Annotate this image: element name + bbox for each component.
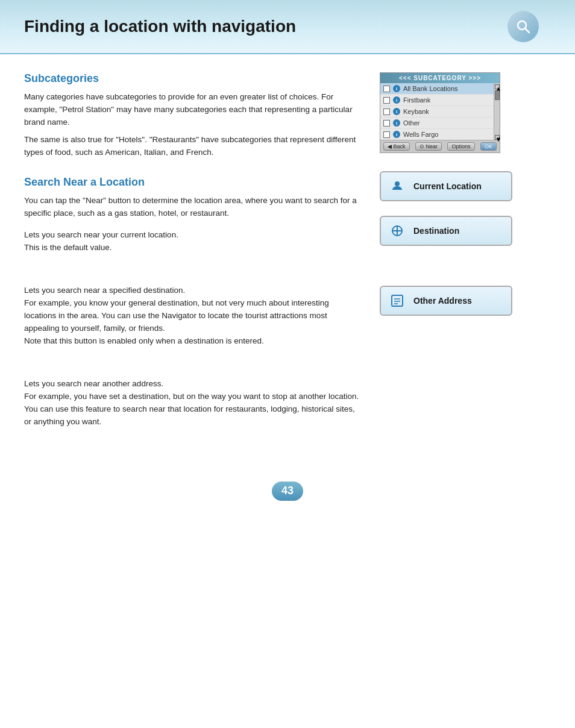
- widget-row[interactable]: i Wells Fargo: [380, 129, 494, 140]
- scroll-down-arrow[interactable]: ▼: [495, 135, 500, 140]
- widget-row[interactable]: i All Bank Locations: [380, 83, 494, 95]
- widget-row[interactable]: i Firstbank: [380, 95, 494, 106]
- svg-line-1: [525, 28, 529, 33]
- widget-icon: i: [393, 96, 400, 104]
- widget-item-label: Other: [403, 119, 420, 127]
- widget-checkbox[interactable]: [383, 86, 390, 92]
- scrollbar[interactable]: ▲ ▼: [494, 83, 500, 140]
- scroll-up-arrow[interactable]: ▲: [495, 84, 500, 89]
- widget-item-label: All Bank Locations: [403, 85, 458, 92]
- page-number-container: 43: [0, 463, 575, 513]
- destination-icon: [388, 222, 406, 240]
- widget-checkbox[interactable]: [383, 97, 390, 104]
- current-location-label: Current Location: [413, 181, 482, 191]
- widget-icon: i: [393, 108, 400, 115]
- page-number: 43: [272, 482, 303, 501]
- current-location-button[interactable]: Current Location: [380, 171, 512, 201]
- left-column: Subcategories Many categories have subca…: [24, 72, 362, 445]
- svg-point-2: [395, 181, 400, 186]
- search-near-intro: You can tap the "Near" button to determi…: [24, 195, 362, 220]
- widget-item-label: Firstbank: [403, 96, 430, 104]
- svg-point-6: [396, 230, 398, 232]
- near-button[interactable]: ⊙ Near: [415, 142, 442, 151]
- ok-button[interactable]: OK: [480, 142, 497, 151]
- subcategories-section: Subcategories Many categories have subca…: [24, 72, 362, 159]
- right-column: <<< SUBCATEGORY >>> i All Bank Locations…: [380, 72, 512, 445]
- destination-desc: Lets you search near a specified destina…: [24, 284, 362, 348]
- widget-header: <<< SUBCATEGORY >>>: [380, 73, 500, 83]
- widget-item-label: Keybank: [403, 108, 429, 115]
- current-location-desc: Lets you search near your current locati…: [24, 229, 362, 254]
- scroll-thumb[interactable]: [495, 90, 500, 100]
- other-address-desc: Lets you search near another address.For…: [24, 378, 362, 428]
- svg-rect-7: [392, 295, 403, 306]
- current-location-icon: [388, 177, 406, 195]
- back-button[interactable]: ◀ Back: [383, 142, 410, 151]
- destination-widget-spacer: Destination: [380, 216, 512, 256]
- destination-label: Destination: [413, 226, 459, 236]
- page-header: Finding a location with navigation: [0, 0, 575, 54]
- widget-row[interactable]: i Other: [380, 118, 494, 129]
- subcategory-widget: <<< SUBCATEGORY >>> i All Bank Locations…: [380, 72, 500, 153]
- search-near-section: Search Near a Location You can tap the "…: [24, 176, 362, 428]
- widget-footer: ◀ Back ⊙ Near Options OK: [380, 140, 500, 152]
- page-title: Finding a location with navigation: [24, 17, 296, 36]
- widget-item-label: Wells Fargo: [403, 131, 438, 138]
- current-location-widget-spacer: Current Location: [380, 171, 512, 211]
- subcategories-para-1: Many categories have subcategories to pr…: [24, 91, 362, 129]
- other-address-label: Other Address: [413, 296, 472, 306]
- subcategories-para-2: The same is also true for "Hotels". "Res…: [24, 134, 362, 159]
- other-address-icon: [388, 292, 406, 310]
- header-icon: [507, 11, 539, 42]
- subcategories-heading: Subcategories: [24, 72, 362, 85]
- destination-button[interactable]: Destination: [380, 216, 512, 246]
- widget-icon: i: [393, 85, 400, 92]
- widget-checkbox[interactable]: [383, 108, 390, 115]
- other-address-widget-spacer: Other Address: [380, 286, 512, 325]
- widget-checkbox[interactable]: [383, 131, 390, 138]
- main-content: Subcategories Many categories have subca…: [0, 54, 575, 463]
- other-address-button[interactable]: Other Address: [380, 286, 512, 316]
- widget-checkbox[interactable]: [383, 120, 390, 127]
- widget-icon: i: [393, 131, 400, 138]
- widget-icon: i: [393, 119, 400, 127]
- options-button[interactable]: Options: [447, 142, 474, 151]
- search-near-heading: Search Near a Location: [24, 176, 362, 189]
- widget-row[interactable]: i Keybank: [380, 106, 494, 118]
